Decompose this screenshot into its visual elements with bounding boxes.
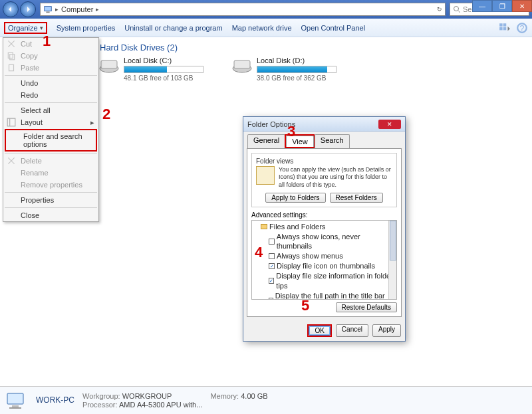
- uninstall-link[interactable]: Uninstall or change a program: [124, 24, 222, 32]
- svg-rect-23: [9, 407, 21, 409]
- folder-views-title: Folder views: [256, 157, 392, 165]
- dialog-tabs: General View Search: [243, 132, 405, 148]
- status-memory-label: Memory:: [210, 392, 239, 400]
- tab-search[interactable]: Search: [315, 134, 350, 148]
- svg-rect-6: [499, 27, 503, 30]
- ok-button[interactable]: OK: [309, 326, 330, 336]
- status-memory-value: 4.00 GB: [241, 392, 267, 400]
- menu-close[interactable]: Close: [3, 209, 98, 221]
- drive-name: Local Disk (D:): [257, 56, 344, 64]
- chevron-right-icon: ▸: [96, 6, 99, 13]
- menu-select-all[interactable]: Select all: [3, 104, 98, 116]
- annotation-5: 5: [301, 297, 309, 314]
- menu-delete[interactable]: Delete: [3, 155, 98, 167]
- status-workgroup-value: WORKGROUP: [122, 392, 172, 400]
- dialog-close-button[interactable]: ✕: [378, 120, 401, 129]
- svg-rect-11: [10, 54, 15, 60]
- organize-menu-button[interactable]: Organize▾: [4, 22, 47, 34]
- status-computer-name: WORK-PC: [36, 395, 74, 405]
- opt-always-menus[interactable]: Always show menus: [254, 251, 394, 261]
- svg-point-2: [454, 7, 459, 11]
- menu-layout[interactable]: Layout: [3, 116, 98, 128]
- tab-general[interactable]: General: [247, 134, 285, 148]
- svg-rect-21: [7, 393, 23, 404]
- reset-folders-button[interactable]: Reset Folders: [330, 193, 383, 203]
- svg-rect-4: [499, 23, 503, 27]
- help-icon[interactable]: ?: [516, 22, 528, 34]
- hdd-icon: [231, 56, 253, 74]
- window-minimize-button[interactable]: —: [472, 0, 492, 12]
- folder-views-icon: [256, 166, 275, 185]
- computer-icon: [5, 391, 28, 410]
- svg-rect-0: [45, 7, 52, 11]
- hdd-icon: [98, 56, 120, 74]
- svg-rect-22: [12, 405, 19, 407]
- copy-icon: [7, 51, 16, 60]
- nav-forward-button[interactable]: [20, 1, 36, 17]
- opt-file-size-tips[interactable]: ✓Display file size information in folder…: [254, 271, 394, 291]
- computer-icon: [43, 5, 53, 14]
- opt-always-icons[interactable]: Always show icons, never thumbnails: [254, 232, 394, 252]
- menu-undo[interactable]: Undo: [3, 77, 98, 89]
- svg-rect-18: [101, 60, 117, 68]
- annotation-2: 2: [102, 106, 110, 123]
- annotation-3: 3: [287, 123, 295, 140]
- folder-views-group: Folder views You can apply the view (suc…: [251, 153, 397, 207]
- address-text: Computer: [61, 5, 93, 13]
- search-icon: [453, 5, 461, 13]
- advanced-settings-list[interactable]: Files and Folders Always show icons, nev…: [251, 220, 397, 300]
- menu-cut[interactable]: Cut: [3, 38, 98, 50]
- svg-rect-7: [503, 27, 507, 30]
- menu-redo[interactable]: Redo: [3, 89, 98, 101]
- annotation-4: 4: [255, 244, 263, 261]
- address-bar[interactable]: ▸ Computer ▸ ↻: [40, 3, 446, 16]
- svg-rect-12: [9, 64, 14, 70]
- advanced-settings-label: Advanced settings:: [251, 211, 397, 219]
- cut-icon: [7, 39, 16, 49]
- nav-back-button[interactable]: [3, 1, 19, 17]
- dialog-titlebar: Folder Options ✕: [243, 117, 405, 132]
- titlebar: ▸ Computer ▸ ↻ Search Co: [0, 0, 532, 19]
- svg-rect-20: [234, 60, 250, 68]
- status-cpu-label: Processor:: [82, 401, 118, 409]
- window-close-button[interactable]: ✕: [512, 0, 532, 12]
- folder-icon: [261, 224, 267, 229]
- folder-options-dialog: Folder Options ✕ General View Search Fol…: [243, 116, 406, 342]
- menu-copy[interactable]: Copy: [3, 50, 98, 62]
- menu-paste[interactable]: Paste: [3, 62, 98, 74]
- menu-properties[interactable]: Properties: [3, 194, 98, 206]
- status-cpu-value: AMD A4-5300 APU with...: [119, 401, 202, 409]
- drive-meter: [257, 66, 336, 73]
- scrollbar[interactable]: [388, 221, 396, 299]
- apply-to-folders-button[interactable]: Apply to Folders: [265, 193, 325, 203]
- folder-views-text: You can apply the view (such as Details …: [279, 166, 392, 189]
- layout-icon: [7, 118, 16, 127]
- svg-rect-5: [503, 23, 507, 27]
- scrollbar-thumb[interactable]: [390, 221, 396, 260]
- drive-item[interactable]: Local Disk (C:) 48.1 GB free of 103 GB: [98, 56, 211, 82]
- annotation-1: 1: [43, 33, 51, 50]
- apply-button[interactable]: Apply: [372, 324, 401, 337]
- menu-folder-options[interactable]: Folder and search options: [6, 130, 96, 150]
- menu-rename[interactable]: Rename: [3, 167, 98, 179]
- refresh-icon[interactable]: ↻: [437, 6, 442, 13]
- toolbar: Organize▾ System properties Uninstall or…: [0, 19, 532, 37]
- restore-defaults-button[interactable]: Restore Defaults: [336, 302, 397, 312]
- view-options-icon[interactable]: [499, 22, 511, 34]
- status-workgroup-label: Workgroup:: [82, 392, 120, 400]
- open-control-panel-link[interactable]: Open Control Panel: [301, 24, 366, 32]
- system-properties-link[interactable]: System properties: [57, 24, 116, 32]
- delete-icon: [7, 156, 16, 165]
- paste-icon: [7, 63, 16, 72]
- tree-root: Files and Folders: [254, 222, 394, 232]
- opt-full-path-title[interactable]: Display the full path in the title bar (…: [254, 291, 394, 300]
- organize-dropdown: Cut Copy Paste Undo Redo Select all Layo…: [3, 37, 99, 222]
- drive-item[interactable]: Local Disk (D:) 38.0 GB free of 362 GB: [231, 56, 344, 82]
- menu-remove-properties[interactable]: Remove properties: [3, 179, 98, 191]
- window-maximize-button[interactable]: ❐: [492, 0, 512, 12]
- status-bar: WORK-PC Workgroup: WORKGROUP Processor: …: [0, 386, 532, 414]
- opt-file-icon-thumbs[interactable]: ✓Display file icon on thumbnails: [254, 261, 394, 271]
- map-drive-link[interactable]: Map network drive: [232, 24, 292, 32]
- cancel-button[interactable]: Cancel: [336, 324, 368, 337]
- chevron-right-icon: ▸: [55, 6, 59, 13]
